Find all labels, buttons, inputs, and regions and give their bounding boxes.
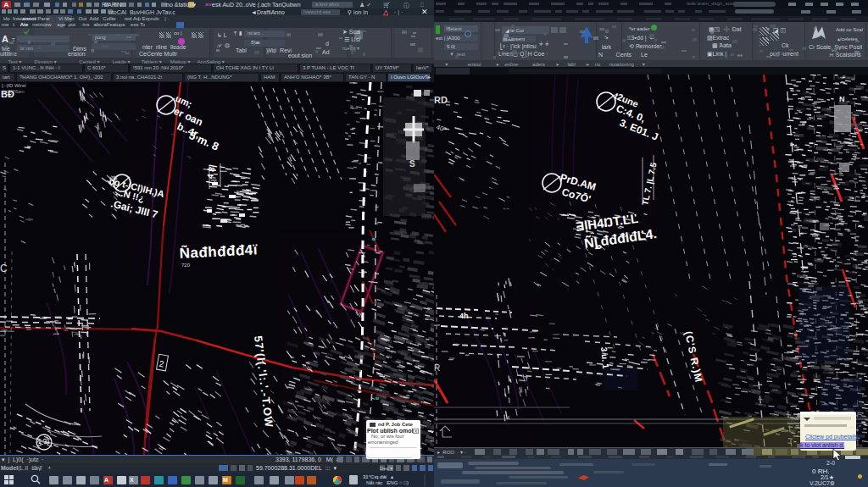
svg-text:BĐ: BĐ <box>1 89 14 99</box>
svg-text:4h: 4h <box>459 312 469 320</box>
svg-text:C: C <box>0 263 8 274</box>
svg-text:[--|fD Wirel: [--|fD Wirel <box>2 83 26 88</box>
svg-text:S: S <box>409 159 415 169</box>
svg-text:R: R <box>434 363 440 373</box>
svg-text:720: 720 <box>181 263 191 268</box>
svg-text:40°: 40° <box>435 123 447 134</box>
svg-text:N: N <box>839 95 845 103</box>
svg-text:RD: RD <box>434 95 448 105</box>
svg-text:(C'S R.)M: (C'S R.)M <box>682 330 705 384</box>
svg-text:57'(l(.'l:.'.-T.OW: 57'(l(.'l:.'.-T.OW <box>252 335 275 429</box>
svg-text:3 u. 1: 3 u. 1 <box>599 346 610 369</box>
